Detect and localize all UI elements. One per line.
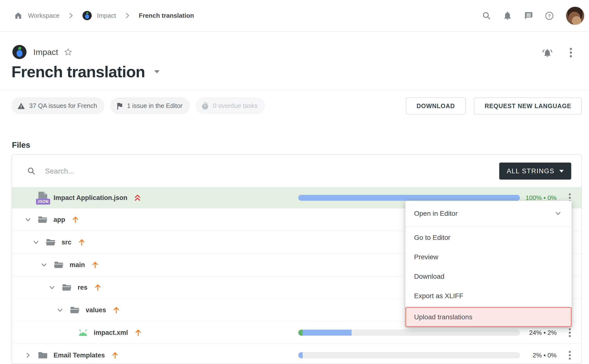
expand-chevron[interactable]: [64, 329, 72, 336]
language-dropdown-caret[interactable]: [154, 70, 160, 73]
logo-dot: [18, 46, 22, 50]
svg-text:?: ?: [548, 13, 551, 18]
chevron-right-icon: [68, 12, 74, 19]
badge-label: 37 QA issues for French: [29, 102, 97, 110]
page-title-line: French translation: [11, 63, 160, 81]
file-name: res: [78, 284, 88, 291]
progress-bar: [298, 330, 520, 336]
row-type-icon: JSON: [37, 351, 48, 359]
expand-chevron[interactable]: [48, 284, 56, 291]
logo-blob: [16, 50, 23, 57]
file-name: Impact Application.json: [54, 194, 127, 202]
context-menu-header-label: Open in Editor: [414, 210, 554, 217]
warning-icon: [17, 102, 25, 110]
upload-arrow-icon: [78, 238, 86, 246]
timer-icon: [201, 102, 209, 110]
upload-arrow-icon: [91, 261, 99, 269]
expand-chevron[interactable]: [24, 352, 32, 359]
search-input[interactable]: [45, 167, 313, 175]
row-type-icon: JSON: [37, 192, 48, 204]
notifications-active-icon[interactable]: [542, 48, 553, 58]
badge-label: 1 issue in the Editor: [127, 102, 182, 110]
all-strings-filter-button[interactable]: ALL STRINGS: [499, 163, 571, 180]
file-context-menu: Open in Editor Go to EditorPreviewDownlo…: [405, 201, 572, 327]
row-menu-button[interactable]: [568, 350, 572, 361]
android-file-icon: [78, 329, 88, 336]
request-new-language-button[interactable]: REQUEST NEW LANGUAGE: [474, 97, 582, 114]
help-icon[interactable]: ?: [545, 11, 554, 20]
row-menu-button[interactable]: [568, 327, 572, 338]
expand-chevron[interactable]: [24, 216, 32, 223]
progress-bar: [298, 352, 520, 358]
logo-dot: [86, 12, 89, 14]
search-icon[interactable]: [482, 11, 491, 20]
progress-stats: 2% • 0%: [533, 352, 557, 359]
breadcrumb: Workspace Impact French translation: [14, 11, 194, 20]
row-label-group: JSON Impact Application.json: [12, 187, 141, 208]
status-badge-37-qa-issues-for-french[interactable]: 37 QA issues for French: [11, 97, 104, 114]
folder-open-icon: [38, 216, 48, 224]
project-header-actions: [542, 47, 573, 58]
priority-double-chevron-icon: [134, 194, 141, 202]
breadcrumb-project[interactable]: Impact: [97, 12, 116, 19]
user-avatar[interactable]: [566, 6, 585, 25]
expand-chevron[interactable]: [56, 306, 64, 314]
progress-segment-blue: [303, 330, 351, 336]
expand-chevron[interactable]: [32, 239, 40, 246]
notifications-bell-icon[interactable]: [503, 11, 512, 20]
chevron-right-icon: [125, 12, 130, 19]
file-name: impact.xml: [94, 329, 128, 337]
breadcrumb-workspace[interactable]: Workspace: [28, 12, 60, 19]
row-type-icon: JSON: [62, 283, 72, 292]
project-name[interactable]: Impact: [33, 47, 58, 57]
status-badge-0-overdue-tasks[interactable]: 0 overdue tasks: [196, 97, 265, 114]
project-language-page: { "topbar": { "workspace": "Workspace", …: [0, 0, 589, 364]
folder-open-icon: [54, 261, 64, 269]
row-label-group: JSON src: [12, 231, 86, 253]
file-name: main: [70, 261, 85, 269]
project-menu-button[interactable]: [569, 47, 573, 58]
folder-row-email-templates[interactable]: JSON Email Templates 2% • 0%: [12, 344, 581, 364]
row-label-group: JSON values: [12, 299, 120, 321]
file-name: values: [86, 306, 106, 314]
row-type-icon: JSON: [78, 329, 88, 336]
file-name: app: [54, 216, 65, 224]
folder-open-icon: [62, 283, 72, 292]
badge-label: 0 overdue tasks: [213, 102, 258, 110]
topbar-actions: ?: [482, 0, 589, 32]
page-title: French translation: [11, 63, 145, 81]
project-logo[interactable]: [12, 45, 27, 59]
logo-blob: [85, 14, 89, 19]
upload-arrow-icon: [112, 306, 120, 314]
row-label-group: JSON Email Templates: [12, 344, 119, 364]
menu-item-preview[interactable]: Preview: [405, 247, 572, 267]
row-label-group: JSON app: [12, 208, 79, 231]
context-menu-default-action[interactable]: Open in Editor: [405, 201, 572, 226]
status-badge-1-issue-in-the-editor[interactable]: 1 issue in the Editor: [110, 97, 190, 114]
star-icon[interactable]: [63, 47, 73, 57]
json-file-icon: JSON: [38, 192, 48, 204]
expand-chevron[interactable]: [40, 261, 48, 269]
chevron-down-icon: [554, 211, 562, 217]
chat-icon[interactable]: [524, 11, 533, 20]
progress-stats: 24% • 2%: [529, 329, 557, 337]
row-type-icon: JSON: [45, 238, 56, 246]
folder-open-icon: [46, 238, 56, 246]
menu-item-export-as-xliff[interactable]: Export as XLIFF: [405, 286, 572, 306]
header-divider: [0, 90, 589, 90]
file-name: src: [62, 239, 72, 246]
row-label-group: JSON impact.xml: [12, 321, 142, 344]
row-label-group: JSON main: [12, 254, 99, 276]
download-button[interactable]: DOWNLOAD: [406, 97, 466, 114]
home-icon[interactable]: [14, 11, 23, 20]
menu-item-download[interactable]: Download: [405, 267, 572, 286]
project-avatar[interactable]: [82, 11, 92, 20]
menu-item-upload-translations[interactable]: Upload translations: [405, 307, 572, 327]
project-header: Impact: [12, 45, 73, 59]
menu-item-go-to-editor[interactable]: Go to Editor: [405, 228, 572, 247]
folder-icon: [38, 351, 48, 359]
upload-arrow-icon: [94, 283, 102, 292]
expand-chevron[interactable]: [24, 194, 32, 201]
progress-bar: [298, 195, 520, 201]
progress-segment-green: [298, 330, 303, 336]
